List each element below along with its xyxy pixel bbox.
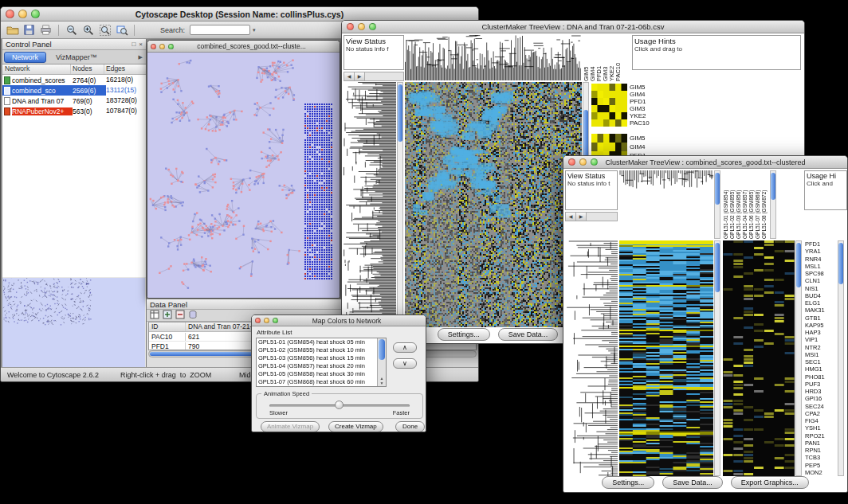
float-icon[interactable]: □	[132, 41, 135, 48]
zoom-fit-icon[interactable]	[97, 22, 112, 37]
gene-label[interactable]: PAN1	[805, 440, 835, 447]
array-label[interactable]: GPL51-07 (GSM868)	[755, 170, 761, 239]
scroll-right-icon[interactable]: ▶	[576, 213, 587, 221]
gene-label[interactable]: GPI16	[805, 395, 835, 402]
treeview-button[interactable]: Export Graphics...	[731, 476, 809, 489]
zoom-button[interactable]	[31, 10, 40, 18]
zoom-button[interactable]	[369, 23, 376, 30]
zoom-in-icon[interactable]	[80, 22, 96, 37]
gene-label[interactable]: SEC1	[805, 358, 835, 365]
gene-label[interactable]: GIM3	[630, 105, 658, 112]
gene-label[interactable]: HMG1	[805, 365, 835, 373]
network-overview-thumbnail[interactable]	[2, 278, 145, 367]
open-icon[interactable]	[5, 22, 20, 37]
gene-label[interactable]: HAP3	[805, 329, 835, 336]
tab-overflow-icon[interactable]: ▶	[139, 54, 144, 61]
header-vscrollbar-2[interactable]	[770, 170, 776, 239]
treeview-button[interactable]: Settings...	[602, 476, 654, 489]
gene-label[interactable]: HRD3	[805, 388, 835, 395]
gene-label[interactable]: YKE2	[630, 112, 658, 119]
array-label[interactable]: GPL51-04 (GSM857)	[742, 170, 748, 239]
gene-label[interactable]: PUF3	[805, 381, 835, 388]
array-label[interactable]: GPL51-02 (GSM855)	[729, 170, 736, 239]
create-attribute-icon[interactable]	[163, 308, 172, 322]
array-label[interactable]: GPL51-01 (GSM854)	[723, 170, 729, 239]
vscrollbar-thumb[interactable]	[796, 243, 801, 287]
close-icon[interactable]: ×	[139, 41, 143, 48]
gene-label[interactable]: KAP95	[805, 322, 835, 329]
gene-label[interactable]: CLN1	[805, 277, 835, 284]
gene-label[interactable]: FIG4	[805, 417, 835, 424]
minimize-button[interactable]	[18, 10, 27, 18]
scroll-left-icon[interactable]: ◀	[344, 72, 355, 80]
gene-label[interactable]: MAK31	[805, 307, 835, 314]
column-dendrogram[interactable]	[405, 35, 581, 80]
array-label[interactable]: GPL51-08 (GSM872)	[761, 170, 768, 239]
attribute-item[interactable]: GPL51-02 (GSM855) heat shock 10 min	[257, 346, 377, 354]
network-row[interactable]: combined_scores 2764(0) 16218(0)	[2, 75, 146, 85]
close-button[interactable]	[347, 23, 354, 30]
gene-label[interactable]: PFD1	[630, 98, 658, 105]
map-dialog-titlebar[interactable]: Map Colors to Network	[252, 315, 426, 326]
treeview-button[interactable]: Save Data...	[498, 328, 559, 341]
gene-label[interactable]: GIM5	[630, 84, 658, 91]
move-down-button[interactable]: ∨	[393, 358, 417, 369]
close-button[interactable]	[151, 44, 156, 49]
gene-label[interactable]: PAC10	[630, 119, 658, 127]
search-input[interactable]	[190, 25, 250, 35]
gene-label[interactable]: TCB3	[805, 454, 835, 461]
heatmap-secondary[interactable]	[723, 240, 795, 476]
gene-label[interactable]: RPN1	[805, 447, 835, 454]
vscrollbar-thumb[interactable]	[838, 243, 843, 284]
zoom-button[interactable]	[591, 158, 598, 166]
row-dendrogram[interactable]	[565, 240, 618, 476]
search-dropdown-icon[interactable]: ▾	[253, 27, 256, 33]
speed-slider-thumb[interactable]	[335, 400, 344, 409]
network-row[interactable]: DNA and Tran 07 769(0) 183728(0)	[2, 96, 146, 106]
close-button[interactable]	[6, 10, 14, 18]
vscrollbar-thumb[interactable]	[771, 173, 775, 200]
gene-label[interactable]: YRA1	[805, 248, 835, 255]
column-header-id[interactable]: ID	[149, 322, 186, 331]
scroll-right-icon[interactable]: ▶	[355, 72, 365, 80]
gene-label[interactable]: SEC24	[805, 403, 835, 410]
secondary-vscrollbar[interactable]	[795, 240, 802, 476]
tab-vizmapper[interactable]: VizMapper™	[49, 53, 104, 62]
minimize-button[interactable]	[264, 318, 269, 323]
vscrollbar-thumb[interactable]	[715, 173, 720, 205]
gene-label[interactable]: GTB1	[805, 315, 835, 322]
close-button[interactable]	[568, 158, 575, 166]
gene-label[interactable]: NTR2	[805, 344, 835, 351]
treeview-dna-titlebar[interactable]: ClusterMaker TreeView : DNA and Tran 07-…	[342, 21, 804, 33]
vscrollbar-thumb[interactable]	[379, 339, 385, 360]
gene-label[interactable]: GIM4	[630, 91, 658, 98]
move-up-button[interactable]: ∧	[393, 342, 417, 353]
gene-label[interactable]: PHO81	[805, 373, 835, 381]
heatmap-main[interactable]	[619, 240, 713, 476]
dendrogram-vscrollbar[interactable]	[397, 82, 403, 327]
create-vizmap-button[interactable]: Create Vizmap	[328, 421, 383, 432]
gene-label[interactable]: SPC98	[805, 270, 835, 277]
scroll-down-icon[interactable]: ▼	[378, 381, 386, 385]
column-dendrogram[interactable]	[619, 170, 713, 239]
heatmap-vscrollbar[interactable]	[714, 240, 720, 476]
zoom-heatmap-1[interactable]	[591, 84, 627, 127]
header-vscrollbar[interactable]	[714, 170, 720, 239]
dendrogram-hscrollbar[interactable]: ◀ ▶	[344, 72, 404, 81]
array-label[interactable]: PAC10	[615, 35, 622, 81]
vscrollbar-thumb[interactable]	[715, 243, 720, 292]
gene-label[interactable]: GIM4	[630, 143, 658, 151]
hscrollbar-track[interactable]	[587, 213, 617, 221]
gene-label[interactable]: CPA2	[805, 410, 835, 417]
gene-list-vscrollbar[interactable]	[838, 240, 844, 476]
row-dendrogram[interactable]	[344, 82, 396, 327]
gene-label[interactable]: MON2	[805, 469, 835, 476]
print-icon[interactable]	[38, 22, 53, 37]
treeview-button[interactable]: Settings...	[438, 328, 490, 341]
gene-label[interactable]: RNR4	[805, 256, 835, 263]
network-row[interactable]: RNAPuberNov2+ 563(0) 107847(0)	[2, 106, 146, 116]
network-row[interactable]: combined_sco 2569(6) 13112(15)	[2, 85, 146, 96]
gene-label[interactable]: ELG1	[805, 299, 835, 307]
minimize-button[interactable]	[358, 23, 365, 30]
network-view-titlebar[interactable]: combined_scores_good.txt--cluste...	[147, 41, 340, 53]
